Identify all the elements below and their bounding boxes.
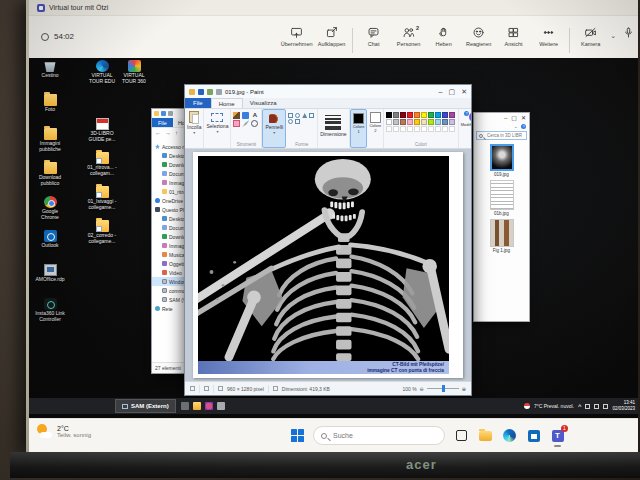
desktop-icon[interactable]: Google Chrome xyxy=(35,196,65,226)
uebernehmen-button[interactable]: Übernehmen xyxy=(279,26,314,47)
weather-widget[interactable]: 2°C Teilw. sonnig xyxy=(37,424,91,438)
microsoft-store-button[interactable] xyxy=(526,428,541,443)
palette-color[interactable] xyxy=(407,119,413,125)
file-thumbnail[interactable] xyxy=(490,180,514,210)
line-shape-icon[interactable] xyxy=(309,113,314,118)
tab-file[interactable]: File xyxy=(185,98,211,108)
rectangle-shape-icon[interactable] xyxy=(288,113,293,118)
explorer-tab-file[interactable]: File xyxy=(152,118,173,127)
palette-empty-slot[interactable] xyxy=(407,126,413,132)
rdp-session-taskbar-button[interactable]: SAM (Extern) xyxy=(115,399,176,413)
palette-empty-slot[interactable] xyxy=(393,126,399,132)
palette-empty-slot[interactable] xyxy=(421,126,427,132)
paint-canvas[interactable]: CT-Bild mit Pfeilspitze/ immagine CT con… xyxy=(193,152,463,378)
palette-color[interactable] xyxy=(386,119,392,125)
search-input[interactable] xyxy=(485,132,524,139)
desktop-icon[interactable]: 02_corredo - collegame... xyxy=(87,220,117,250)
maximize-button[interactable]: ▢ xyxy=(511,114,517,121)
desktop-icon[interactable]: AMOffice.rdp xyxy=(35,264,65,294)
zoom-out-button[interactable]: ⊖ xyxy=(420,386,424,392)
palette-color[interactable] xyxy=(414,119,420,125)
palette-empty-slot[interactable] xyxy=(428,126,434,132)
palette-empty-slot[interactable] xyxy=(414,126,420,132)
reagieren-button[interactable]: Reagieren xyxy=(461,26,496,47)
palette-color[interactable] xyxy=(442,119,448,125)
zoom-slider[interactable] xyxy=(427,388,459,389)
forward-icon[interactable]: → xyxy=(165,130,171,136)
palette-empty-slot[interactable] xyxy=(386,126,392,132)
chevron-down-icon[interactable]: ⌄ xyxy=(514,123,518,129)
zoom-slider-thumb[interactable] xyxy=(442,385,445,392)
paint-window[interactable]: 019.jpg - Paint – ▢ ✕ File Home Visualiz… xyxy=(184,84,472,396)
hidden-icons-caret[interactable]: ^ xyxy=(578,403,582,409)
file-item[interactable]: 01b.jpg xyxy=(490,180,514,216)
explorer-search-box[interactable] xyxy=(476,131,527,140)
rounded-shape-icon[interactable] xyxy=(288,119,293,124)
undo-icon[interactable] xyxy=(207,89,213,95)
desktop-icon[interactable]: 3D-LIBRO GUIDE pe... xyxy=(87,118,117,148)
palette-color[interactable] xyxy=(393,112,399,118)
magnifier-tool-icon[interactable] xyxy=(251,120,258,127)
text-tool-icon[interactable]: A xyxy=(251,112,258,119)
paint-taskbar-icon[interactable] xyxy=(205,402,213,410)
palette-color[interactable] xyxy=(414,112,420,118)
palette-color[interactable] xyxy=(393,119,399,125)
new-folder-icon[interactable] xyxy=(168,111,173,116)
palette-color[interactable] xyxy=(421,119,427,125)
ansicht-button[interactable]: Ansicht xyxy=(496,26,531,47)
weitere-button[interactable]: Weitere xyxy=(531,26,566,47)
eraser-tool-icon[interactable] xyxy=(233,120,240,127)
file-explorer-button[interactable] xyxy=(478,428,493,443)
desktop-icon[interactable]: Foto xyxy=(35,94,65,124)
taskbar-app-icon[interactable] xyxy=(217,402,225,410)
palette-empty-slot[interactable] xyxy=(400,126,406,132)
palette-color[interactable] xyxy=(386,112,392,118)
task-view-button[interactable] xyxy=(454,428,469,443)
size-button[interactable]: Dimensione xyxy=(318,109,349,148)
polygon-shape-icon[interactable] xyxy=(295,119,300,124)
file-thumbnail[interactable] xyxy=(490,219,514,247)
palette-color[interactable] xyxy=(449,112,455,118)
palette-color[interactable] xyxy=(435,119,441,125)
back-icon[interactable]: ← xyxy=(155,130,161,136)
file-item[interactable]: 019.jpg xyxy=(490,144,514,177)
ellipse-shape-icon[interactable] xyxy=(295,113,300,118)
heben-button[interactable]: Heben xyxy=(426,26,461,47)
remote-weather-text[interactable]: 7°C Preval. nuvol. xyxy=(534,403,574,409)
brushes-button[interactable]: Pennelli ▾ xyxy=(262,109,286,148)
teams-button[interactable]: T 1 xyxy=(550,428,565,443)
palette-color[interactable] xyxy=(449,119,455,125)
desktop-icon[interactable]: 01_ritrova... - collegam... xyxy=(87,152,117,182)
palette-color[interactable] xyxy=(421,112,427,118)
taskbar-app-icon[interactable] xyxy=(181,402,189,410)
help-icon[interactable]: ? xyxy=(521,124,526,129)
desktop-icon[interactable]: VIRTUAL TOUR 360 xyxy=(119,60,149,90)
palette-empty-slot[interactable] xyxy=(449,126,455,132)
taskbar-search-input[interactable] xyxy=(331,431,421,440)
mikrofon-button-partial[interactable] xyxy=(618,26,638,39)
minimize-button[interactable]: – xyxy=(504,115,507,121)
chat-button[interactable]: Chat xyxy=(356,26,391,47)
tab-home[interactable]: Home xyxy=(211,98,243,108)
palette-empty-slot[interactable] xyxy=(442,126,448,132)
maximize-button[interactable]: ▢ xyxy=(449,88,456,96)
file-item[interactable]: Fig 1.jpg xyxy=(490,219,514,253)
ribbon-group-clipboard[interactable]: Incolla ▾ xyxy=(185,109,204,148)
color1-button[interactable]: Colore1 xyxy=(350,109,368,148)
help-icon[interactable]: ? xyxy=(464,111,469,116)
fill-tool-icon[interactable] xyxy=(242,112,249,119)
redo-icon[interactable] xyxy=(216,89,222,95)
palette-color[interactable] xyxy=(407,112,413,118)
palette-color[interactable] xyxy=(428,112,434,118)
file-explorer-taskbar-icon[interactable] xyxy=(193,402,201,410)
palette-color[interactable] xyxy=(400,119,406,125)
tab-visualizza[interactable]: Visualizza xyxy=(243,98,284,108)
palette-color[interactable] xyxy=(435,112,441,118)
minimize-button[interactable]: – xyxy=(439,88,443,96)
color2-button[interactable]: Colore2 xyxy=(367,109,384,148)
palette-color[interactable] xyxy=(442,112,448,118)
explorer-preview-window[interactable]: – ▢ ✕ ⌄ ? 019.jpg xyxy=(473,112,530,322)
zoom-in-button[interactable]: ⊕ xyxy=(462,386,466,392)
remote-clock[interactable]: 13:41 02/03/2023 xyxy=(612,400,635,411)
close-button[interactable]: ✕ xyxy=(461,88,467,96)
